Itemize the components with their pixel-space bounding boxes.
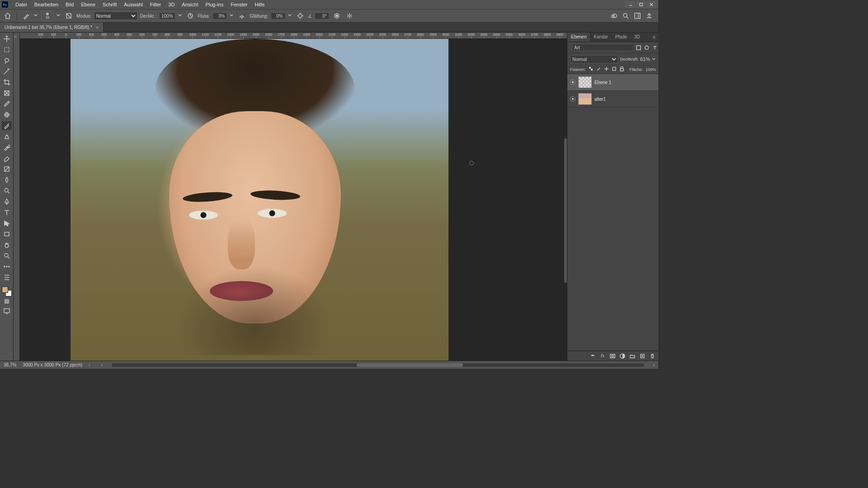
rectangle-tool[interactable] — [2, 230, 12, 239]
blur-tool[interactable] — [2, 175, 12, 184]
smoothing-value[interactable]: 0% — [271, 13, 285, 19]
eraser-tool[interactable] — [2, 154, 12, 163]
group-icon[interactable] — [629, 353, 636, 359]
chevron-down-icon[interactable] — [57, 14, 61, 18]
brush-preset-picker[interactable]: 38 — [41, 11, 54, 21]
layer-mask-icon[interactable] — [609, 353, 616, 359]
layer-name[interactable]: Ebene 1 — [594, 80, 611, 85]
pen-tool[interactable] — [2, 197, 12, 206]
frame-tool[interactable] — [2, 89, 12, 98]
new-layer-icon[interactable] — [639, 353, 646, 359]
visibility-toggle-icon[interactable] — [570, 80, 576, 85]
menu-edit[interactable]: Bearbeiten — [31, 1, 62, 8]
zoom-level[interactable]: 36,7% — [4, 362, 16, 367]
filter-adjust-icon[interactable] — [644, 45, 649, 50]
menu-window[interactable]: Fenster — [227, 1, 251, 8]
chevron-down-icon[interactable] — [230, 14, 234, 18]
pressure-opacity-icon[interactable] — [185, 11, 195, 21]
panel-menu-icon[interactable]: ≡ — [650, 33, 658, 42]
eyedropper-tool[interactable] — [2, 99, 12, 108]
scrollbar-thumb[interactable] — [357, 363, 463, 367]
minimize-button[interactable] — [626, 1, 636, 8]
flow-value[interactable]: 3% — [212, 13, 227, 19]
layer-filter-input[interactable] — [572, 44, 634, 51]
workspace-icon[interactable] — [634, 12, 641, 19]
menu-plugins[interactable]: Plug-ins — [202, 1, 227, 8]
history-brush-tool[interactable] — [2, 143, 12, 152]
canvas[interactable] — [20, 39, 567, 361]
cloud-docs-icon[interactable] — [610, 12, 618, 19]
lock-pixels-icon[interactable] — [596, 66, 601, 72]
document-tab[interactable]: Unbenannt-1 bei 36,7% (Ebene 1, RGB/8) *… — [0, 23, 104, 32]
layer-row[interactable]: alter1 — [567, 91, 658, 108]
horizontal-scrollbar[interactable] — [112, 363, 644, 367]
lock-artboard-icon[interactable] — [612, 66, 617, 72]
chevron-down-icon[interactable] — [652, 57, 656, 61]
menu-select[interactable]: Auswahl — [120, 1, 146, 8]
menu-type[interactable]: Schrift — [99, 1, 120, 8]
link-layers-icon[interactable] — [590, 353, 596, 359]
opacity-value[interactable]: 100% — [159, 13, 175, 19]
lock-position-icon[interactable] — [604, 66, 609, 72]
close-icon[interactable]: × — [96, 25, 99, 30]
tab-channels[interactable]: Kanäle — [590, 33, 611, 42]
edit-toolbar-icon[interactable] — [2, 273, 12, 282]
airbrush-icon[interactable] — [237, 11, 247, 21]
layer-blend-select[interactable]: Normal — [570, 55, 618, 63]
move-tool[interactable] — [2, 34, 12, 43]
healing-brush-tool[interactable] — [2, 110, 12, 119]
brush-settings-icon[interactable] — [64, 11, 74, 21]
path-selection-tool[interactable] — [2, 219, 12, 228]
chevron-down-icon[interactable] — [288, 14, 292, 18]
marquee-tool[interactable] — [2, 45, 12, 54]
menu-view[interactable]: Ansicht — [178, 1, 202, 8]
more-tools-icon[interactable] — [2, 262, 12, 271]
lasso-tool[interactable] — [2, 56, 12, 65]
delete-layer-icon[interactable] — [649, 353, 656, 359]
maximize-button[interactable] — [636, 1, 646, 8]
share-icon[interactable] — [646, 12, 653, 19]
foreground-color-swatch[interactable] — [2, 286, 8, 293]
tab-paths[interactable]: Pfade — [612, 33, 631, 42]
tab-3d[interactable]: 3D — [631, 33, 644, 42]
dodge-tool[interactable] — [2, 186, 12, 195]
filter-pixel-icon[interactable] — [636, 45, 641, 50]
tool-preset-icon[interactable] — [21, 11, 31, 21]
visibility-toggle-icon[interactable] — [570, 96, 576, 102]
filter-type-icon[interactable] — [652, 45, 657, 50]
angle-value[interactable]: 0° — [315, 13, 329, 19]
color-swatches[interactable] — [2, 286, 12, 296]
brush-tool[interactable] — [2, 121, 12, 130]
zoom-tool[interactable] — [2, 251, 12, 260]
gradient-tool[interactable] — [2, 164, 12, 174]
horizontal-ruler[interactable]: 2001000100200300400500600700800900100011… — [20, 33, 567, 39]
layer-opacity-value[interactable]: 61% — [640, 56, 650, 62]
type-tool[interactable] — [2, 208, 12, 217]
layer-fx-icon[interactable]: fx — [599, 353, 606, 359]
menu-file[interactable]: Datei — [12, 1, 31, 8]
tab-layers[interactable]: Ebenen — [567, 33, 590, 42]
lock-transparency-icon[interactable] — [589, 66, 594, 72]
quickmask-icon[interactable] — [4, 298, 9, 305]
pressure-size-icon[interactable] — [332, 11, 342, 21]
home-icon[interactable] — [3, 11, 13, 21]
search-icon[interactable] — [622, 12, 629, 19]
menu-layer[interactable]: Ebene — [77, 1, 99, 8]
menu-image[interactable]: Bild — [62, 1, 77, 8]
lock-all-icon[interactable] — [619, 66, 624, 72]
menu-help[interactable]: Hilfe — [251, 1, 268, 8]
layer-thumbnail[interactable] — [578, 93, 592, 105]
chevron-down-icon[interactable] — [34, 14, 38, 18]
chevron-down-icon[interactable] — [178, 14, 183, 18]
document-dimensions[interactable]: 3000 Px x 3000 Px (72 ppcm) — [23, 362, 82, 367]
crop-tool[interactable] — [2, 78, 12, 87]
adjustment-layer-icon[interactable] — [619, 353, 626, 359]
screen-mode-icon[interactable] — [2, 306, 12, 315]
chevron-right-icon[interactable]: › — [89, 362, 90, 367]
vertical-ruler[interactable]: 0 — [14, 33, 20, 361]
layer-row[interactable]: Ebene 1 — [567, 74, 658, 91]
close-button[interactable] — [646, 1, 656, 8]
fill-value[interactable]: 100% — [646, 67, 656, 72]
layer-name[interactable]: alter1 — [594, 97, 606, 102]
menu-3d[interactable]: 3D — [165, 1, 178, 8]
